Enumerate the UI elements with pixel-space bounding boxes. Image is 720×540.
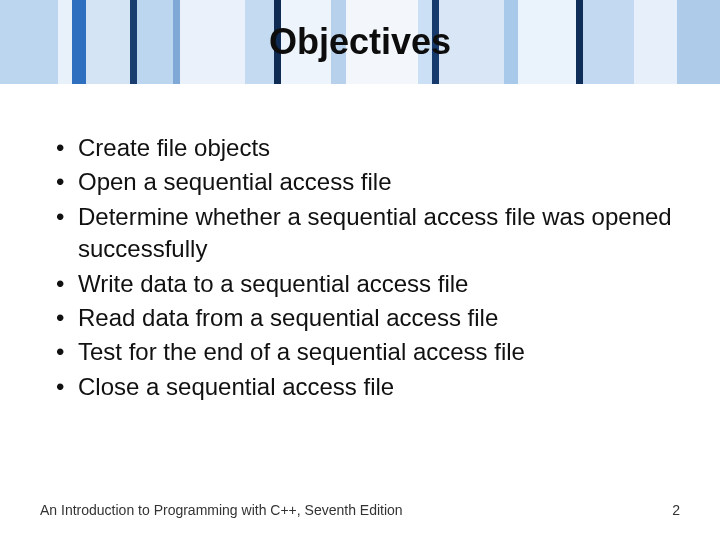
list-item: Read data from a sequential access file: [56, 302, 680, 334]
list-item: Test for the end of a sequential access …: [56, 336, 680, 368]
bullet-list: Create file objects Open a sequential ac…: [56, 132, 680, 403]
header-band: Objectives: [0, 0, 720, 84]
content-area: Create file objects Open a sequential ac…: [0, 84, 720, 403]
list-item: Create file objects: [56, 132, 680, 164]
list-item: Determine whether a sequential access fi…: [56, 201, 680, 266]
page-number: 2: [672, 502, 680, 518]
footer-text: An Introduction to Programming with C++,…: [40, 502, 403, 518]
list-item: Close a sequential access file: [56, 371, 680, 403]
footer: An Introduction to Programming with C++,…: [40, 502, 680, 518]
list-item: Write data to a sequential access file: [56, 268, 680, 300]
page-title: Objectives: [261, 21, 459, 63]
list-item: Open a sequential access file: [56, 166, 680, 198]
